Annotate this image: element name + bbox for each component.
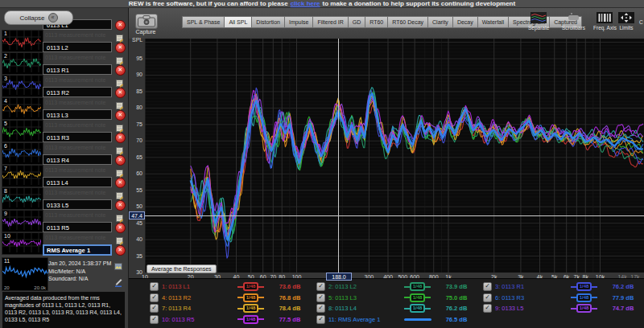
legend-smoothing-badge[interactable]: 1/48: [561, 293, 608, 302]
measurement-name-field[interactable]: 0113 R2: [43, 87, 112, 97]
tab-waterfall[interactable]: Waterfall: [477, 16, 509, 28]
legend-checkbox[interactable]: ✓: [483, 282, 492, 291]
legend-checkbox[interactable]: ✓: [316, 282, 325, 291]
badge-wire: [425, 308, 431, 310]
measurement-name-field[interactable]: 0113 L3: [43, 109, 112, 120]
donation-bar: REW is free software, but if you can aff…: [0, 0, 644, 8]
measurement-name-field[interactable]: 0113 R4: [43, 154, 112, 165]
capture-button[interactable]: [135, 14, 158, 29]
legend-checkbox[interactable]: ✓: [150, 282, 159, 291]
toolbar-button-freq-axis[interactable]: Freq. Axis: [593, 12, 617, 31]
smoothing-value: 1/48: [410, 282, 426, 291]
legend-entry: ✓5: 0113 L31/4875.0 dB: [316, 293, 483, 304]
measurement-item: 0113 L2✕0113 measurement note2: [0, 42, 129, 64]
average-responses-button[interactable]: Average the Responses: [147, 264, 217, 273]
legend-label[interactable]: 9: 0133 L5: [495, 305, 561, 312]
tab-clarity[interactable]: Clarity: [427, 16, 453, 28]
legend-label[interactable]: 4: 0113 R2: [162, 294, 228, 301]
toolbar-button-scrollbars[interactable]: Scrollbars: [562, 12, 585, 31]
y-axis-tick: 45: [129, 220, 142, 227]
tab-distortion[interactable]: Distortion: [251, 16, 285, 28]
toolbar-button-limits[interactable]: Limits: [618, 12, 634, 31]
selected-measurement-thumbnail[interactable]: 11 20 20.0k: [2, 257, 48, 291]
crosshair-horizontal: [129, 215, 644, 216]
y-axis-tick: 70: [129, 137, 142, 144]
smoothing-value: 1/48: [576, 282, 592, 291]
measurement-soundcard: Soundcard: N/A: [48, 275, 111, 283]
badge-wire: [425, 286, 431, 288]
legend-checkbox[interactable]: ✓: [483, 304, 492, 313]
measurement-name-field[interactable]: 0133 L5: [43, 199, 112, 210]
toolbar-button-separate[interactable]: Separate: [528, 12, 549, 31]
measurement-name-field[interactable]: 0113 R5: [43, 222, 112, 232]
legend-checkbox[interactable]: ✓: [150, 304, 159, 313]
measurement-name-field[interactable]: 0113 R3: [43, 132, 112, 142]
delete-measurement-button[interactable]: ✕: [115, 88, 126, 98]
graph-tabs: SPL & PhaseAll SPLDistortionImpulseFilte…: [182, 16, 581, 28]
tab-gd[interactable]: GD: [348, 16, 366, 28]
legend-smoothing-badge[interactable]: 1/48: [394, 293, 441, 302]
legend-checkbox[interactable]: ✓: [316, 293, 325, 302]
delete-measurement-button[interactable]: ✕: [115, 43, 126, 53]
donation-link[interactable]: click here: [291, 0, 320, 7]
delete-measurement-button[interactable]: ✕: [115, 223, 126, 233]
badge-wire: [404, 297, 410, 298]
edit-pencil-icon[interactable]: [114, 276, 122, 290]
legend-smoothing-badge[interactable]: 1/48: [561, 304, 608, 313]
collapse-button[interactable]: Collapse «: [4, 10, 73, 25]
legend-label[interactable]: 8: 0113 L4: [328, 305, 394, 312]
legend-label[interactable]: 6: 0113 R3: [495, 294, 561, 301]
delete-measurement-button[interactable]: ✕: [115, 178, 126, 188]
tab-all-spl[interactable]: All SPL: [224, 16, 252, 28]
legend-entry: ✓3: 0113 R11/4876.2 dB: [483, 281, 644, 293]
legend-smoothing-badge[interactable]: 1/48: [228, 304, 275, 313]
legend-checkbox[interactable]: ✓: [150, 293, 159, 302]
legend-smoothing-badge[interactable]: 1/48: [228, 293, 275, 302]
tab-impulse[interactable]: Impulse: [284, 16, 314, 28]
delete-measurement-button[interactable]: ✕: [115, 20, 126, 31]
delete-measurement-button[interactable]: ✕: [115, 133, 126, 143]
legend-checkbox[interactable]: ✓: [316, 304, 325, 313]
legend-checkbox[interactable]: ✓: [150, 315, 159, 324]
selected-measurement-name-field[interactable]: RMS Average 1: [43, 244, 112, 256]
legend-smoothing-badge[interactable]: 1/48: [228, 282, 275, 291]
smoothing-value: 1/48: [576, 293, 592, 302]
delete-measurement-button[interactable]: ✕: [115, 200, 126, 211]
delete-measurement-button[interactable]: ✕: [115, 65, 126, 76]
legend-label[interactable]: 10: 0113 R5: [162, 316, 228, 323]
y-axis-tick: 90: [129, 72, 142, 78]
legend-smoothing-badge[interactable]: 1/48: [394, 282, 441, 291]
spl-graph[interactable]: [145, 39, 644, 273]
legend-label[interactable]: 1: 0113 L1: [162, 283, 228, 290]
tab-spl-phase[interactable]: SPL & Phase: [182, 16, 225, 28]
legend-checkbox[interactable]: ✓: [483, 293, 492, 302]
legend-label[interactable]: 2: 0113 L2: [328, 283, 394, 290]
delete-measurement-button[interactable]: ✕: [115, 245, 126, 256]
legend-smoothing-badge[interactable]: [394, 318, 441, 321]
tab-filtered-ir[interactable]: Filtered IR: [312, 16, 348, 28]
delete-measurement-button[interactable]: ✕: [115, 155, 126, 166]
legend-db-value: 76.5 dB: [446, 316, 483, 323]
legend-checkbox[interactable]: ✓: [316, 315, 325, 324]
measurement-name-field[interactable]: 0113 R1: [43, 64, 112, 75]
legend-label[interactable]: 7: 0113 R4: [162, 305, 228, 312]
tab-rt60-decay[interactable]: RT60 Decay: [387, 16, 428, 28]
legend-label[interactable]: 5: 0113 L3: [328, 294, 394, 301]
partial-button[interactable]: C: [639, 19, 643, 25]
tab-rt60[interactable]: RT60: [365, 16, 388, 28]
delete-measurement-button[interactable]: ✕: [115, 110, 126, 121]
measurement-name-field[interactable]: 0113 L4: [43, 177, 112, 187]
legend-smoothing-badge[interactable]: 1/48: [394, 304, 441, 313]
crosshair-vertical: [338, 39, 339, 273]
legend-smoothing-badge[interactable]: 1/48: [228, 315, 275, 324]
measurement-name-field[interactable]: 0113 L2: [43, 42, 112, 52]
legend-label[interactable]: 3: 0113 R1: [495, 283, 561, 290]
measurement-thumbnail[interactable]: 10: [2, 232, 43, 255]
image-icon[interactable]: [114, 259, 122, 273]
tab-decay[interactable]: Decay: [452, 16, 478, 28]
measurement-note-placeholder: 0113 measurement note: [45, 100, 105, 105]
legend-label[interactable]: 11: RMS Average 1: [328, 316, 394, 323]
measurement-item: 0133 L5✕0113 measurement note9: [0, 199, 129, 222]
measurement-info-text: Averaged data produced from the rms magn…: [2, 291, 126, 328]
legend-smoothing-badge[interactable]: 1/48: [561, 282, 608, 291]
